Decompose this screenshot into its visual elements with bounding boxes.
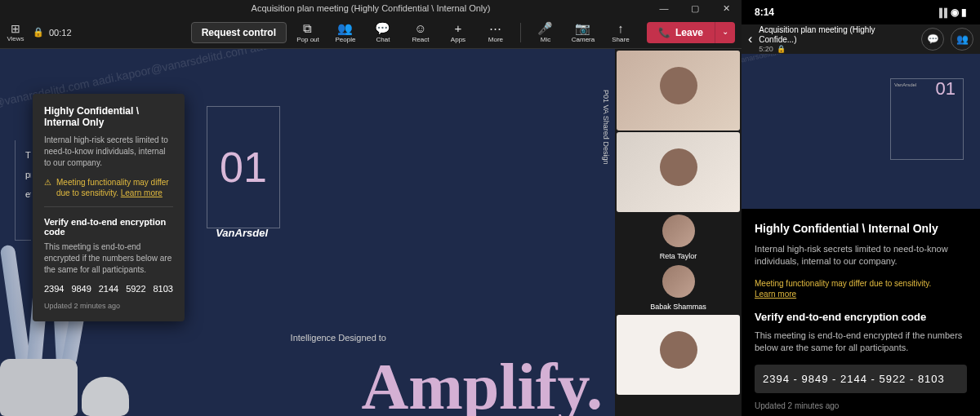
grid-icon: ⊞ [11,22,20,35]
request-control-button[interactable]: Request control [191,22,287,43]
people-button[interactable]: 👥People [329,17,362,48]
brand-logo-text: VanArsdel [216,227,268,239]
shared-presentation: aadi.kapoor@vanarsdelitd.com aadi.kapoor… [0,49,615,416]
share-button[interactable]: ↑Share [604,17,637,48]
sensitivity-warning: Meeting functionality may differ due to … [755,278,967,299]
chat-icon: 💬 [927,33,939,45]
window-titlebar: Acquisition plan meeting (Highly Confide… [0,0,742,16]
sensitivity-description: Internal high-risk secrets limited to ne… [44,135,173,169]
minimize-button[interactable]: — [648,0,679,16]
mic-button[interactable]: 🎤Mic [529,17,562,48]
learn-more-link[interactable]: Learn more [121,188,163,197]
leave-button[interactable]: 📞Leave [647,22,715,43]
participant-video [617,132,740,212]
mobile-timer: 5:20 [759,45,773,54]
status-time: 8:14 [755,7,774,18]
participant-video [617,315,740,395]
avatar [662,215,695,247]
participant-tile[interactable]: Babak Shammas [617,264,740,313]
lock-icon: 🔒 [33,27,44,38]
apps-button[interactable]: +Apps [442,17,474,48]
learn-more-link[interactable]: Learn more [755,290,796,299]
status-icons: ‖‖ ◉ ▮ [938,7,967,18]
battery-icon: ▮ [961,7,967,18]
mobile-sensitivity-panel: Highly Confidential \ Internal Only Inte… [742,209,980,416]
sensitivity-warning: Meeting functionality may differ due to … [56,177,173,198]
more-button[interactable]: ⋯More [479,17,512,48]
meeting-toolbar: ⊞ Views 🔒 00:12 Request control ⧉Pop out… [0,16,742,49]
encryption-codes: 2394 9849 2144 5922 8103 [44,284,173,294]
participant-name: Babak Shammas [645,301,711,312]
lock-icon: 🔒 [777,45,786,54]
leave-menu-button[interactable]: ⌄ [715,22,735,43]
slide-tagline: Intelligence Designed to [291,333,386,343]
react-button[interactable]: ☺React [404,17,437,48]
mobile-mockup: 8:14 ‖‖ ◉ ▮ ‹ Acquisition plan meeting (… [742,0,980,416]
updated-timestamp: Updated 2 minutes ago [44,302,173,310]
chevron-down-icon: ⌄ [722,27,728,36]
encryption-code: 2394 - 9849 - 2144 - 5922 - 8103 [755,365,967,393]
participant-tile[interactable]: Serena Davis [617,51,740,131]
sensitivity-title: Highly Confidential \ Internal Only [44,105,173,128]
slide-sidebar-label: P01 VA Shared Design [602,90,610,164]
slide-number: 01 [936,78,956,100]
wifi-icon: ◉ [951,7,959,18]
plus-icon: + [455,22,462,34]
participant-video [617,51,740,131]
avatar [662,265,695,298]
phone-icon: 📞 [658,27,670,38]
people-button[interactable]: 👥 [951,28,973,51]
participant-name: Reta Taylor [655,250,702,262]
popout-button[interactable]: ⧉Pop out [292,17,324,48]
verify-description: This meeting is end-to-end encrypted if … [755,330,967,355]
participant-tile[interactable]: Charlotte de Crum [617,132,740,212]
window-title: Acquisition plan meeting (Highly Confide… [252,3,491,13]
mobile-title: Acquisition plan meeting (Highly Confide… [759,25,915,45]
back-button[interactable]: ‹ [748,32,752,46]
mobile-presentation: aadi.kapoor@vanarsdelitd.com aadi.kapoor… [742,54,980,209]
separator [520,23,521,42]
maximize-button[interactable]: ▢ [679,0,710,16]
participant-tile[interactable] [617,315,740,395]
camera-icon: 📷 [575,22,590,34]
participant-strip: Serena Davis Charlotte de Crum Reta Tayl… [615,49,742,416]
popout-icon: ⧉ [303,22,312,34]
signal-icon: ‖‖ [938,7,948,18]
react-icon: ☺ [414,22,426,34]
participant-tile[interactable]: Reta Taylor [617,214,740,263]
updated-timestamp: Updated 2 minutes ago [755,401,967,410]
verify-heading: Verify end-to-end encryption code [44,217,173,237]
chat-button[interactable]: 💬 [921,28,944,51]
mobile-header: ‹ Acquisition plan meeting (Highly Confi… [742,24,980,54]
slide-number-frame: 01 [207,106,280,228]
sensitivity-popover: Highly Confidential \ Internal Only Inte… [33,94,185,321]
people-icon: 👥 [956,33,969,45]
slide-number: 01 [220,143,267,192]
chat-icon: 💬 [375,22,390,34]
share-icon: ↑ [617,22,624,34]
mic-icon: 🎤 [537,22,553,34]
chat-button[interactable]: 💬Chat [367,17,399,48]
status-bar: 8:14 ‖‖ ◉ ▮ [742,0,980,24]
verify-heading: Verify end-to-end encryption code [755,311,967,323]
views-button[interactable]: ⊞ Views [7,24,24,42]
sensitivity-title: Highly Confidential \ Internal Only [755,222,967,235]
people-icon: 👥 [337,22,353,34]
camera-button[interactable]: 📷Camera [567,17,599,48]
more-icon: ⋯ [489,22,501,34]
warning-icon: ⚠ [44,177,51,188]
verify-description: This meeting is end-to-end encrypted if … [44,241,173,276]
slide-headline: Amplify. [361,357,603,416]
sensitivity-description: Internal high-risk secrets limited to ne… [755,243,967,268]
meeting-timer: 🔒 00:12 [33,27,72,38]
close-button[interactable]: ✕ [710,0,742,16]
